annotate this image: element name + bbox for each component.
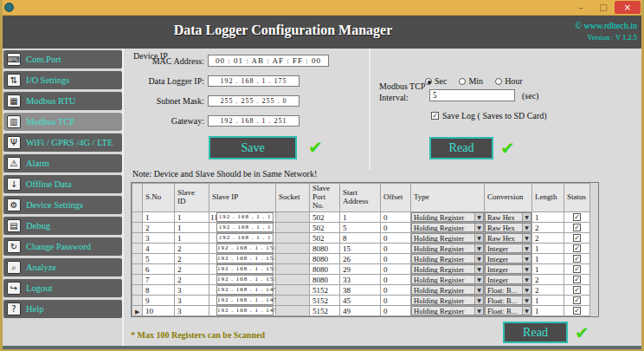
chevron-down-icon[interactable]: ▼: [474, 213, 483, 221]
maximize-button[interactable]: □: [592, 1, 615, 14]
current-row-indicator[interactable]: ▶: [132, 306, 143, 316]
sidebar-item-debug[interactable]: ▤Debug: [3, 217, 122, 235]
row-selector[interactable]: [132, 254, 143, 264]
chevron-down-icon[interactable]: ▼: [474, 307, 483, 315]
chevron-down-icon[interactable]: ▼: [474, 296, 483, 304]
chevron-down-icon[interactable]: ▼: [522, 213, 531, 221]
chevron-down-icon[interactable]: ▼: [474, 234, 483, 242]
row-selector[interactable]: [132, 212, 143, 223]
type-dropdown[interactable]: Holding Register▼: [411, 306, 484, 315]
conversion-dropdown[interactable]: Float: B...▼: [485, 285, 531, 295]
status-checkbox[interactable]: ✓: [573, 265, 581, 273]
chevron-down-icon[interactable]: ▼: [474, 265, 483, 273]
conversion-dropdown[interactable]: Integer▼: [485, 244, 531, 253]
chevron-down-icon[interactable]: ▼: [474, 276, 483, 283]
sidebar-item-analyze[interactable]: ⌕Analyze: [3, 258, 122, 276]
sidebar-item-change-password[interactable]: ↻Change Password: [3, 237, 122, 256]
save-button[interactable]: Save: [209, 136, 297, 159]
chevron-down-icon[interactable]: ▼: [522, 224, 531, 231]
data-logger-ip-input[interactable]: 192 . 168 . 1 . 175: [208, 75, 299, 87]
chevron-down-icon[interactable]: ▼: [474, 224, 483, 231]
sidebar-item-alarm[interactable]: ⚠Alarm: [3, 154, 122, 172]
conversion-dropdown[interactable]: Integer▼: [485, 254, 531, 263]
read-button-top[interactable]: Read: [429, 137, 493, 159]
slave-ip-input[interactable]: 192 . 168 . 1 . 1: [216, 212, 274, 222]
status-checkbox[interactable]: ✓: [573, 255, 581, 263]
sidebar-item-offline-data[interactable]: ↓Offline Data: [3, 175, 122, 193]
chevron-down-icon[interactable]: ▼: [522, 265, 531, 273]
sidebar-item-help[interactable]: ?Help: [3, 300, 122, 318]
sidebar-item-modbus-tcp[interactable]: ▥Modbus TCP: [3, 113, 122, 131]
status-checkbox[interactable]: ✓: [573, 224, 581, 231]
sidebar-item-io-settings[interactable]: ⇅I/O Settings: [3, 71, 122, 89]
row-selector[interactable]: [132, 264, 143, 275]
gateway-input[interactable]: 192 . 168 . 1 . 251: [208, 115, 299, 127]
radio-hour[interactable]: [495, 78, 502, 85]
row-selector[interactable]: [132, 223, 143, 233]
status-checkbox[interactable]: ✓: [573, 213, 581, 221]
conversion-dropdown[interactable]: Integer▼: [485, 264, 531, 274]
status-checkbox[interactable]: ✓: [573, 276, 581, 283]
chevron-down-icon[interactable]: ▼: [522, 244, 531, 252]
chevron-down-icon[interactable]: ▼: [522, 276, 531, 283]
slave-ip-input[interactable]: 192 . 168 . 1 . 1: [216, 233, 274, 243]
chevron-down-icon[interactable]: ▼: [522, 286, 531, 294]
save-log-checkbox[interactable]: ✓: [431, 112, 439, 120]
row-selector[interactable]: [132, 296, 143, 306]
conversion-dropdown[interactable]: Raw Hex▼: [485, 212, 531, 222]
close-button[interactable]: ×: [615, 1, 641, 14]
chevron-down-icon[interactable]: ▼: [522, 234, 531, 242]
radio-sec[interactable]: [425, 78, 432, 85]
conversion-dropdown[interactable]: Raw Hex▼: [485, 223, 531, 232]
type-dropdown[interactable]: Holding Register▼: [411, 296, 484, 305]
slave-ip-input[interactable]: 192 . 168 . 1 . 145: [216, 285, 274, 295]
type-dropdown[interactable]: Holding Register▼: [411, 233, 484, 243]
type-dropdown[interactable]: Holding Register▼: [411, 212, 484, 222]
status-checkbox[interactable]: ✓: [573, 296, 581, 304]
conversion-dropdown[interactable]: Float: B...▼: [485, 306, 531, 315]
row-selector[interactable]: [132, 244, 143, 254]
status-checkbox[interactable]: ✓: [573, 307, 581, 315]
slave-ip-input[interactable]: 192 . 168 . 1 . 151: [216, 244, 274, 253]
type-dropdown[interactable]: Holding Register▼: [411, 244, 484, 253]
slave-ip-input[interactable]: 192 . 168 . 1 . 151: [216, 275, 274, 284]
radio-min[interactable]: [459, 78, 466, 85]
slave-ip-input[interactable]: 192 . 168 . 1 . 151: [216, 254, 274, 263]
slave-ip-input[interactable]: 192 . 168 . 1 . 145: [216, 296, 274, 305]
slave-ip-input[interactable]: 192 . 168 . 1 . 151: [216, 264, 274, 274]
type-dropdown[interactable]: Holding Register▼: [411, 285, 484, 295]
type-dropdown[interactable]: Holding Register▼: [411, 223, 484, 232]
chevron-down-icon[interactable]: ▼: [474, 255, 483, 263]
sidebar-item-wifi-gprs[interactable]: ΨWiFi / GPRS /4G / LTE: [3, 133, 122, 152]
row-selector[interactable]: [132, 275, 143, 285]
type-dropdown[interactable]: Holding Register▼: [411, 254, 484, 263]
subnet-mask-input[interactable]: 255 . 255 . 255 . 0: [208, 95, 299, 107]
status-checkbox[interactable]: ✓: [573, 234, 581, 242]
sidebar-item-device-settings[interactable]: ⚙Device Settings: [3, 196, 122, 214]
sidebar-item-logout[interactable]: ↪Logout: [3, 279, 122, 297]
type-dropdown[interactable]: Holding Register▼: [411, 275, 484, 284]
row-selector[interactable]: [132, 233, 143, 244]
slave-ip-input[interactable]: 192 . 168 . 1 . 1: [216, 223, 274, 232]
conversion-dropdown[interactable]: Raw Hex▼: [485, 233, 531, 243]
chevron-down-icon[interactable]: ▼: [522, 296, 531, 304]
slave-ip-input[interactable]: 192 . 168 . 1 . 145: [216, 306, 274, 315]
sidebar-item-label: Offline Data: [26, 179, 72, 189]
sidebar-item-modbus-rtu[interactable]: ▦Modbus RTU: [3, 92, 122, 110]
row-selector[interactable]: [132, 285, 143, 296]
chevron-down-icon[interactable]: ▼: [522, 307, 531, 315]
chevron-down-icon[interactable]: ▼: [474, 286, 483, 294]
sidebar-item-com-port[interactable]: ⌨Com.Port: [3, 50, 122, 68]
status-checkbox[interactable]: ✓: [573, 244, 581, 252]
type-dropdown[interactable]: Holding Register▼: [411, 264, 484, 274]
interval-value-input[interactable]: 5: [429, 89, 515, 101]
conversion-dropdown[interactable]: Integer▼: [485, 275, 531, 284]
minimize-button[interactable]: –: [570, 1, 592, 14]
mac-address-input[interactable]: 00 : 01 : AB : AF : FF : 00: [208, 55, 329, 67]
chevron-down-icon[interactable]: ▼: [522, 255, 531, 263]
socket-cell: [276, 233, 310, 244]
conversion-dropdown[interactable]: Float: B...▼: [485, 296, 531, 305]
chevron-down-icon[interactable]: ▼: [474, 244, 483, 252]
status-checkbox[interactable]: ✓: [573, 286, 581, 294]
read-button-bottom[interactable]: Read: [503, 322, 568, 343]
